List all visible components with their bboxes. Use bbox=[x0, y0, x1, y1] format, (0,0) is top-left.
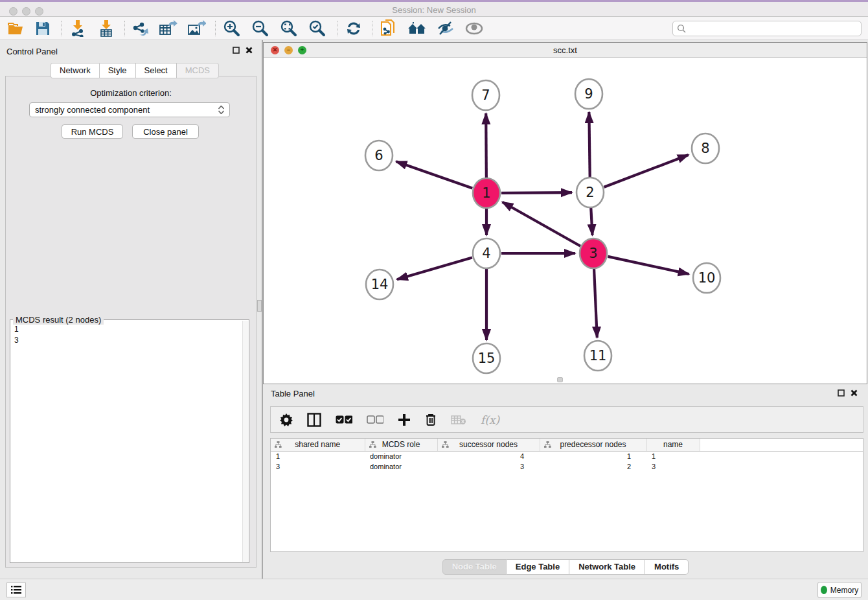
graph-node-label: 10 bbox=[698, 270, 716, 286]
table-panel-title: Table Panel bbox=[271, 389, 315, 398]
network-canvas[interactable]: 7968124314101511 bbox=[264, 58, 867, 384]
graph-edge-4-14[interactable] bbox=[397, 257, 472, 279]
memory-button[interactable]: Memory bbox=[817, 582, 862, 598]
export-network-icon[interactable] bbox=[128, 19, 152, 38]
column-header-name[interactable]: name bbox=[646, 439, 700, 451]
node-table[interactable]: shared nameMCDS rolesuccessor nodesprede… bbox=[270, 438, 863, 552]
delete-column-icon[interactable] bbox=[425, 411, 437, 429]
table-cell[interactable]: dominator bbox=[365, 461, 437, 472]
export-table-icon[interactable] bbox=[157, 19, 180, 38]
table-cell[interactable]: 4 bbox=[437, 451, 540, 461]
graph-node-2[interactable]: 2 bbox=[577, 178, 604, 207]
table-cell[interactable]: 2 bbox=[540, 461, 646, 472]
save-session-icon[interactable] bbox=[31, 19, 54, 38]
graph-edge-3-11[interactable] bbox=[594, 268, 597, 338]
zoom-out-icon[interactable] bbox=[249, 19, 272, 38]
tab-select[interactable]: Select bbox=[136, 63, 177, 78]
graph-node-label: 2 bbox=[586, 185, 594, 200]
graph-edge-2-9[interactable] bbox=[589, 112, 589, 178]
table-cell[interactable]: 3 bbox=[646, 461, 700, 472]
refresh-layout-icon[interactable] bbox=[342, 19, 365, 38]
graph-node-9[interactable]: 9 bbox=[575, 79, 602, 109]
import-network-icon[interactable] bbox=[66, 19, 89, 38]
zoom-selected-icon[interactable] bbox=[306, 19, 329, 38]
graph-edge-1-2[interactable] bbox=[501, 192, 572, 193]
show-panel-eye-icon[interactable] bbox=[463, 19, 486, 38]
graph-edge-3-1[interactable] bbox=[502, 202, 580, 246]
graph-edge-3-10[interactable] bbox=[608, 257, 689, 274]
column-layout-icon[interactable] bbox=[307, 411, 321, 429]
memory-label: Memory bbox=[830, 586, 858, 595]
mcds-result-box: MCDS result (2 nodes) 1 3 bbox=[10, 319, 249, 563]
run-mcds-button[interactable]: Run MCDS bbox=[62, 124, 123, 139]
result-scrollbar[interactable] bbox=[242, 321, 248, 562]
graph-edge-1-6[interactable] bbox=[396, 161, 472, 188]
table-row[interactable]: 1dominator411 bbox=[271, 451, 863, 461]
graph-node-label: 9 bbox=[584, 86, 593, 102]
graph-node-7[interactable]: 7 bbox=[472, 80, 499, 110]
memory-status-icon bbox=[821, 586, 827, 594]
select-all-icon[interactable] bbox=[336, 411, 352, 429]
table-row[interactable]: 3dominator323 bbox=[271, 461, 863, 472]
table-cell[interactable]: 1 bbox=[271, 451, 365, 461]
canvas-horizontal-scrollbar[interactable] bbox=[557, 377, 563, 382]
tab-network-table[interactable]: Network Table bbox=[569, 559, 645, 575]
fit-content-icon[interactable] bbox=[277, 19, 301, 38]
search-icon bbox=[677, 24, 686, 33]
graph-node-6[interactable]: 6 bbox=[365, 141, 393, 170]
graph-edge-1-7[interactable] bbox=[486, 113, 486, 178]
graph-edge-2-3[interactable] bbox=[591, 207, 592, 235]
close-panel-button[interactable]: Close panel bbox=[132, 124, 199, 139]
hide-panel-eye-icon[interactable] bbox=[434, 19, 457, 38]
settings-gear-icon[interactable] bbox=[280, 411, 293, 429]
task-history-button[interactable] bbox=[6, 583, 26, 597]
column-header-predecessor-nodes[interactable]: predecessor nodes bbox=[540, 439, 646, 451]
close-panel-icon[interactable] bbox=[246, 47, 253, 54]
mcds-result-text[interactable]: 1 3 bbox=[14, 324, 240, 560]
tab-network[interactable]: Network bbox=[51, 63, 100, 78]
table-cell[interactable]: 1 bbox=[540, 451, 646, 461]
float-panel-icon[interactable] bbox=[233, 47, 240, 54]
column-header-MCDS-role[interactable]: MCDS role bbox=[365, 439, 437, 451]
search-field[interactable] bbox=[672, 21, 862, 36]
column-header-successor-nodes[interactable]: successor nodes bbox=[437, 439, 540, 451]
graph-node-8[interactable]: 8 bbox=[692, 133, 719, 163]
graph-node-1[interactable]: 1 bbox=[473, 178, 500, 208]
home-icon[interactable] bbox=[405, 19, 429, 38]
graph-node-label: 1 bbox=[482, 185, 490, 201]
import-table-icon[interactable] bbox=[95, 19, 118, 38]
graph-node-10[interactable]: 10 bbox=[693, 263, 720, 293]
table-cell[interactable]: 1 bbox=[646, 451, 700, 461]
column-header-shared-name[interactable]: shared name bbox=[271, 439, 365, 451]
network-graph-svg[interactable]: 7968124314101511 bbox=[264, 58, 867, 384]
graph-node-4[interactable]: 4 bbox=[473, 238, 500, 268]
network-view-window: ✕ − + scc.txt 7968124314101511 bbox=[263, 42, 867, 384]
close-table-panel-icon[interactable] bbox=[851, 389, 858, 397]
tab-edge-table[interactable]: Edge Table bbox=[507, 559, 569, 575]
search-input[interactable] bbox=[689, 24, 861, 33]
deselect-all-icon[interactable] bbox=[367, 411, 383, 429]
tab-node-table[interactable]: Node Table bbox=[442, 559, 507, 575]
graph-node-14[interactable]: 14 bbox=[366, 270, 393, 299]
criterion-dropdown[interactable]: strongly connected component bbox=[29, 102, 230, 117]
tab-motifs[interactable]: Motifs bbox=[645, 559, 689, 575]
splitter-grip[interactable] bbox=[257, 300, 262, 312]
add-column-icon[interactable] bbox=[398, 411, 411, 429]
delete-table-icon bbox=[451, 411, 466, 429]
graph-edge-2-8[interactable] bbox=[604, 155, 688, 187]
table-cell[interactable]: 3 bbox=[271, 461, 365, 472]
graph-node-15[interactable]: 15 bbox=[473, 343, 500, 373]
open-session-icon[interactable] bbox=[4, 19, 27, 38]
export-image-icon[interactable] bbox=[185, 19, 209, 38]
zoom-in-icon[interactable] bbox=[220, 19, 244, 38]
graph-node-11[interactable]: 11 bbox=[584, 341, 611, 371]
network-file-icon[interactable] bbox=[377, 19, 400, 38]
float-table-panel-icon[interactable] bbox=[838, 389, 845, 397]
tab-mcds[interactable]: MCDS bbox=[177, 63, 219, 78]
table-cell[interactable]: 3 bbox=[437, 461, 540, 472]
graph-node-3[interactable]: 3 bbox=[580, 238, 607, 268]
tab-style[interactable]: Style bbox=[100, 63, 136, 78]
column-header-filler bbox=[700, 439, 863, 451]
network-window-titlebar[interactable]: ✕ − + scc.txt bbox=[264, 43, 867, 58]
table-cell[interactable]: dominator bbox=[365, 451, 437, 461]
